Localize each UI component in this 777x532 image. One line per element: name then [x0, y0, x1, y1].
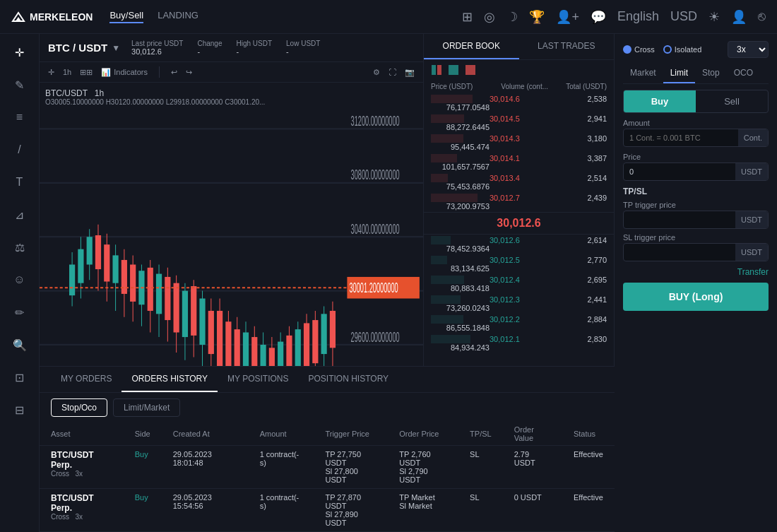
ob-ask-icon[interactable]: [465, 64, 476, 76]
nav-landing[interactable]: LANDING: [158, 10, 198, 23]
ob-both-icon[interactable]: [431, 64, 442, 76]
chat-icon[interactable]: 💬: [591, 9, 606, 25]
cross-label: Cross: [634, 45, 655, 54]
col-status: Status: [562, 422, 615, 446]
sl-trigger-input[interactable]: [624, 244, 735, 261]
ob-bid-row[interactable]: 30,012.6 2,614 78,452.9364: [424, 235, 614, 254]
ob-bid-row[interactable]: 30,012.1 2,830 84,934.243: [424, 333, 614, 353]
cell-created: 29.05.2023 18:01:48: [162, 446, 249, 489]
sidebar-measure-icon[interactable]: ⚖: [8, 236, 31, 259]
ob-asks: 30,014.6 2,538 76,177.0548 30,014.5 2,94…: [424, 93, 614, 212]
tab-order-book[interactable]: ORDER BOOK: [424, 34, 519, 59]
sidebar-magnet-icon[interactable]: ⊡: [8, 366, 31, 389]
price-info: Last price USDT 30,012.6 Change - High U…: [131, 40, 320, 56]
logout-icon[interactable]: ⎋: [758, 9, 766, 24]
sidebar-layers-icon[interactable]: ⊟: [8, 398, 31, 421]
tab-position-history[interactable]: POSITION HISTORY: [299, 367, 399, 392]
sidebar-zoom-icon[interactable]: 🔍: [8, 333, 31, 356]
price-label: Price: [623, 153, 769, 161]
price-input[interactable]: [624, 163, 735, 180]
ob-bid-row[interactable]: 30,012.3 2,441 73,260.0243: [424, 294, 614, 314]
sidebar-highlight-icon[interactable]: ✏: [8, 301, 31, 324]
toolbar-crosshair[interactable]: ✛: [48, 68, 54, 77]
toolbar-camera[interactable]: 📷: [405, 68, 415, 77]
ob-headers: Price (USDT) Volume (cont... Total (USDT…: [424, 80, 614, 93]
logo-text: MERKELEON: [30, 11, 93, 23]
trophy-icon[interactable]: 🏆: [529, 9, 545, 25]
sell-button[interactable]: Sell: [696, 90, 768, 112]
toolbar-timeframe[interactable]: 1h: [63, 68, 71, 76]
svg-rect-88: [432, 65, 436, 75]
toolbar-redo[interactable]: ↪: [186, 68, 192, 77]
buy-button[interactable]: Buy: [624, 90, 696, 112]
sidebar-crosshair-icon[interactable]: ✛: [8, 41, 31, 64]
logo[interactable]: MERKELEON: [11, 10, 93, 24]
sidebar-text-icon[interactable]: T: [8, 171, 31, 194]
theme-icon[interactable]: ☀: [708, 9, 720, 25]
nav-links: Buy/Sell LANDING: [109, 10, 198, 23]
svg-text:29600.00000000: 29600.00000000: [351, 329, 400, 345]
toolbar-undo[interactable]: ↩: [171, 68, 177, 77]
account-icon[interactable]: 👤: [731, 9, 747, 25]
transfer-link[interactable]: Transfer: [623, 267, 769, 277]
subtab-stop-oco[interactable]: Stop/Oco: [51, 398, 107, 417]
col-created: Created At: [162, 422, 249, 446]
tab-my-orders[interactable]: MY ORDERS: [51, 367, 121, 392]
moon-icon[interactable]: ☽: [506, 9, 518, 25]
leverage-select[interactable]: 3x 5x 10x: [728, 41, 769, 58]
circle-icon[interactable]: ◎: [484, 9, 495, 25]
svg-rect-75: [312, 320, 318, 363]
table-row: BTC/USDT Perp. Cross 3x Buy 29.05.2023 1…: [40, 489, 615, 532]
pair-selector[interactable]: BTC / USDT ▼: [48, 42, 120, 54]
ob-ask-row[interactable]: 30,014.1 3,387 101,657.7567: [424, 153, 614, 172]
amount-input[interactable]: [624, 129, 738, 146]
ob-ask-row[interactable]: 30,014.3 3,180 95,445.474: [424, 133, 614, 153]
toolbar-indicators[interactable]: 📊 Indicators: [101, 68, 148, 77]
buy-long-button[interactable]: BUY (Long): [623, 283, 769, 311]
order-panel: Cross Isolated 3x 5x 10x Market Limit St…: [615, 34, 777, 532]
cell-amount: 1 contract(-s): [249, 446, 314, 489]
ob-bid-row[interactable]: 30,012.5 2,770 83,134.625: [424, 254, 614, 274]
sidebar-emoji-icon[interactable]: ☺: [8, 268, 31, 291]
toolbar-type[interactable]: ⊞⊞: [80, 68, 93, 77]
sidebar-shapes-icon[interactable]: ⊿: [8, 203, 31, 226]
toolbar-fullscreen[interactable]: ⛶: [389, 68, 396, 76]
tab-limit[interactable]: Limit: [663, 64, 695, 83]
main-layout: ✛ ✎ ≡ / T ⊿ ⚖ ☺ ✏ 🔍 ⊡ ⊟ BTC / USDT ▼ Las…: [0, 34, 777, 532]
language-selector[interactable]: English: [617, 9, 659, 24]
toolbar-settings[interactable]: ⚙: [373, 68, 380, 77]
ob-mid-price: 30,012.6: [424, 212, 614, 235]
ob-ask-row[interactable]: 30,012.7 2,439 73,200.9753: [424, 192, 614, 212]
ob-ask-row[interactable]: 30,014.5 2,941 88,272.6445: [424, 113, 614, 133]
ob-ask-row[interactable]: 30,013.4 2,514 75,453.6876: [424, 172, 614, 192]
ob-bid-row[interactable]: 30,012.4 2,695 80,883.418: [424, 274, 614, 294]
order-type-tabs: Market Limit Stop OCO: [623, 64, 769, 84]
tp-trigger-input[interactable]: [624, 211, 735, 228]
chart-icon[interactable]: ⊞: [462, 9, 473, 25]
tab-stop[interactable]: Stop: [695, 64, 727, 83]
user-add-icon[interactable]: 👤+: [556, 9, 579, 25]
isolated-label: Isolated: [675, 45, 702, 54]
ob-ask-row[interactable]: 30,014.6 2,538 76,177.0548: [424, 93, 614, 113]
tab-my-positions[interactable]: MY POSITIONS: [218, 367, 298, 392]
col-order-value: Order Value: [503, 422, 562, 446]
tab-last-trades[interactable]: LAST TRADES: [519, 34, 615, 59]
ob-bid-icon[interactable]: [448, 64, 459, 76]
subtab-limit-market[interactable]: Limit/Market: [113, 398, 180, 417]
ob-bid-row[interactable]: 30,012.2 2,884 86,555.1848: [424, 314, 614, 333]
tab-market[interactable]: Market: [623, 64, 663, 83]
tab-oco[interactable]: OCO: [727, 64, 760, 83]
nav-buy-sell[interactable]: Buy/Sell: [109, 10, 143, 23]
tab-orders-history[interactable]: ORDERS HISTORY: [121, 367, 218, 392]
sidebar-lines-icon[interactable]: ≡: [8, 106, 31, 129]
currency-selector[interactable]: USD: [670, 9, 697, 24]
cell-order-value: 2.79 USDT: [503, 446, 562, 489]
orders-table: Asset Side Created At Amount Trigger Pri…: [40, 422, 615, 532]
svg-rect-45: [182, 291, 188, 337]
svg-marker-1: [16, 17, 21, 21]
sidebar-trend-icon[interactable]: /: [8, 138, 31, 161]
sidebar-pencil-icon[interactable]: ✎: [8, 73, 31, 96]
cross-radio[interactable]: Cross: [623, 45, 655, 54]
isolated-radio[interactable]: Isolated: [663, 45, 702, 54]
ob-header-total: Total (USDT): [548, 83, 607, 90]
